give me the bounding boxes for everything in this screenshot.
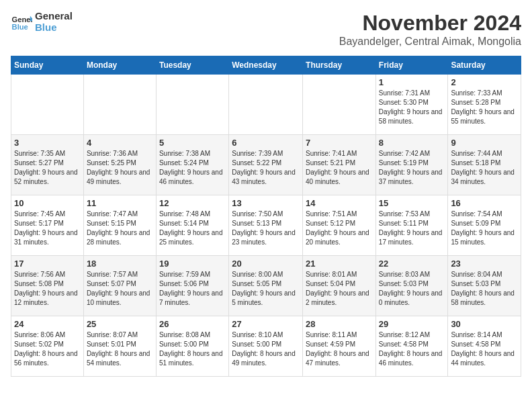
logo-icon: General Blue (11, 11, 32, 33)
day-info: Sunrise: 8:12 AMSunset: 4:58 PMDaylight:… (379, 330, 445, 368)
calendar-cell: 17Sunrise: 7:56 AMSunset: 5:08 PMDayligh… (11, 256, 84, 316)
day-number: 25 (87, 319, 153, 329)
day-info: Sunrise: 8:11 AMSunset: 4:59 PMDaylight:… (306, 330, 373, 368)
day-info: Sunrise: 8:08 AMSunset: 5:00 PMDaylight:… (159, 330, 226, 368)
day-info: Sunrise: 7:41 AMSunset: 5:21 PMDaylight:… (306, 149, 373, 187)
weekday-header-monday: Monday (83, 56, 156, 75)
calendar-cell: 20Sunrise: 8:00 AMSunset: 5:05 PMDayligh… (229, 256, 303, 316)
day-info: Sunrise: 7:42 AMSunset: 5:19 PMDaylight:… (379, 149, 445, 187)
location-title: Bayandelger, Central Aimak, Mongolia (339, 36, 521, 48)
calendar-cell: 6Sunrise: 7:39 AMSunset: 5:22 PMDaylight… (229, 135, 303, 195)
title-area: November 2024 Bayandelger, Central Aimak… (339, 11, 521, 48)
calendar-cell: 5Sunrise: 7:38 AMSunset: 5:24 PMDaylight… (156, 135, 228, 195)
day-info: Sunrise: 7:56 AMSunset: 5:08 PMDaylight:… (14, 270, 81, 308)
day-info: Sunrise: 7:36 AMSunset: 5:25 PMDaylight:… (87, 149, 153, 187)
calendar-cell (229, 75, 303, 135)
day-number: 6 (232, 138, 300, 148)
day-number: 12 (159, 198, 226, 208)
day-info: Sunrise: 8:07 AMSunset: 5:01 PMDaylight:… (87, 330, 153, 368)
calendar-cell: 2Sunrise: 7:33 AMSunset: 5:28 PMDaylight… (448, 75, 521, 135)
week-row-2: 3Sunrise: 7:35 AMSunset: 5:27 PMDaylight… (11, 135, 521, 195)
day-info: Sunrise: 7:38 AMSunset: 5:24 PMDaylight:… (159, 149, 226, 187)
day-info: Sunrise: 7:50 AMSunset: 5:13 PMDaylight:… (232, 210, 300, 247)
day-info: Sunrise: 7:39 AMSunset: 5:22 PMDaylight:… (232, 149, 300, 187)
calendar-cell: 18Sunrise: 7:57 AMSunset: 5:07 PMDayligh… (83, 256, 156, 316)
day-number: 26 (159, 319, 226, 329)
day-number: 30 (451, 319, 518, 329)
day-info: Sunrise: 7:57 AMSunset: 5:07 PMDaylight:… (87, 270, 153, 308)
day-number: 23 (451, 259, 518, 269)
calendar-cell: 21Sunrise: 8:01 AMSunset: 5:04 PMDayligh… (303, 256, 376, 316)
calendar-cell: 4Sunrise: 7:36 AMSunset: 5:25 PMDaylight… (83, 135, 156, 195)
calendar-cell: 12Sunrise: 7:48 AMSunset: 5:14 PMDayligh… (156, 195, 228, 256)
calendar-cell: 27Sunrise: 8:10 AMSunset: 5:00 PMDayligh… (229, 316, 303, 377)
week-row-5: 24Sunrise: 8:06 AMSunset: 5:02 PMDayligh… (11, 316, 521, 377)
calendar-cell: 28Sunrise: 8:11 AMSunset: 4:59 PMDayligh… (303, 316, 376, 377)
day-number: 14 (306, 198, 373, 208)
calendar-cell: 29Sunrise: 8:12 AMSunset: 4:58 PMDayligh… (375, 316, 448, 377)
day-number: 3 (14, 138, 81, 148)
day-number: 21 (306, 259, 373, 269)
calendar-cell: 9Sunrise: 7:44 AMSunset: 5:18 PMDaylight… (448, 135, 521, 195)
weekday-header-friday: Friday (375, 56, 448, 75)
calendar-cell: 11Sunrise: 7:47 AMSunset: 5:15 PMDayligh… (83, 195, 156, 256)
day-info: Sunrise: 7:59 AMSunset: 5:06 PMDaylight:… (159, 270, 226, 308)
calendar-cell: 30Sunrise: 8:14 AMSunset: 4:58 PMDayligh… (448, 316, 521, 377)
day-number: 11 (87, 198, 153, 208)
day-info: Sunrise: 7:48 AMSunset: 5:14 PMDaylight:… (159, 210, 226, 247)
logo-blue: Blue (35, 22, 73, 34)
day-info: Sunrise: 7:47 AMSunset: 5:15 PMDaylight:… (87, 210, 153, 247)
day-info: Sunrise: 8:06 AMSunset: 5:02 PMDaylight:… (14, 330, 81, 368)
weekday-header-tuesday: Tuesday (156, 56, 228, 75)
day-number: 2 (451, 77, 518, 87)
day-number: 13 (232, 198, 300, 208)
week-row-4: 17Sunrise: 7:56 AMSunset: 5:08 PMDayligh… (11, 256, 521, 316)
day-number: 22 (379, 259, 445, 269)
calendar-cell: 10Sunrise: 7:45 AMSunset: 5:17 PMDayligh… (11, 195, 84, 256)
page-header: General Blue General Blue November 2024 … (11, 11, 521, 48)
day-number: 28 (306, 319, 373, 329)
svg-text:Blue: Blue (12, 23, 28, 31)
day-number: 4 (87, 138, 153, 148)
week-row-1: 1Sunrise: 7:31 AMSunset: 5:30 PMDaylight… (11, 75, 521, 135)
calendar-cell: 7Sunrise: 7:41 AMSunset: 5:21 PMDaylight… (303, 135, 376, 195)
day-number: 24 (14, 319, 81, 329)
calendar-cell: 14Sunrise: 7:51 AMSunset: 5:12 PMDayligh… (303, 195, 376, 256)
calendar-cell: 25Sunrise: 8:07 AMSunset: 5:01 PMDayligh… (83, 316, 156, 377)
day-info: Sunrise: 8:00 AMSunset: 5:05 PMDaylight:… (232, 270, 300, 308)
day-number: 10 (14, 198, 81, 208)
calendar-cell: 13Sunrise: 7:50 AMSunset: 5:13 PMDayligh… (229, 195, 303, 256)
week-row-3: 10Sunrise: 7:45 AMSunset: 5:17 PMDayligh… (11, 195, 521, 256)
calendar-table: SundayMondayTuesdayWednesdayThursdayFrid… (11, 56, 521, 377)
calendar-cell: 26Sunrise: 8:08 AMSunset: 5:00 PMDayligh… (156, 316, 228, 377)
day-number: 20 (232, 259, 300, 269)
calendar-cell: 3Sunrise: 7:35 AMSunset: 5:27 PMDaylight… (11, 135, 84, 195)
day-info: Sunrise: 8:14 AMSunset: 4:58 PMDaylight:… (451, 330, 518, 368)
day-number: 29 (379, 319, 445, 329)
day-info: Sunrise: 7:33 AMSunset: 5:28 PMDaylight:… (451, 89, 518, 126)
day-number: 16 (451, 198, 518, 208)
day-info: Sunrise: 7:44 AMSunset: 5:18 PMDaylight:… (451, 149, 518, 187)
calendar-cell: 8Sunrise: 7:42 AMSunset: 5:19 PMDaylight… (375, 135, 448, 195)
calendar-cell (156, 75, 228, 135)
calendar-cell (83, 75, 156, 135)
day-info: Sunrise: 7:35 AMSunset: 5:27 PMDaylight:… (14, 149, 81, 187)
day-info: Sunrise: 8:03 AMSunset: 5:03 PMDaylight:… (379, 270, 445, 308)
weekday-header-thursday: Thursday (303, 56, 376, 75)
day-number: 8 (379, 138, 445, 148)
calendar-cell: 15Sunrise: 7:53 AMSunset: 5:11 PMDayligh… (375, 195, 448, 256)
calendar-cell (303, 75, 376, 135)
day-number: 27 (232, 319, 300, 329)
weekday-header-saturday: Saturday (448, 56, 521, 75)
day-info: Sunrise: 7:51 AMSunset: 5:12 PMDaylight:… (306, 210, 373, 247)
month-title: November 2024 (339, 11, 521, 36)
calendar-cell (11, 75, 84, 135)
calendar-cell: 23Sunrise: 8:04 AMSunset: 5:03 PMDayligh… (448, 256, 521, 316)
calendar-cell: 24Sunrise: 8:06 AMSunset: 5:02 PMDayligh… (11, 316, 84, 377)
day-number: 5 (159, 138, 226, 148)
calendar-cell: 1Sunrise: 7:31 AMSunset: 5:30 PMDaylight… (375, 75, 448, 135)
day-info: Sunrise: 7:45 AMSunset: 5:17 PMDaylight:… (14, 210, 81, 247)
day-info: Sunrise: 7:53 AMSunset: 5:11 PMDaylight:… (379, 210, 445, 247)
day-info: Sunrise: 7:31 AMSunset: 5:30 PMDaylight:… (379, 89, 445, 126)
calendar-cell: 19Sunrise: 7:59 AMSunset: 5:06 PMDayligh… (156, 256, 228, 316)
